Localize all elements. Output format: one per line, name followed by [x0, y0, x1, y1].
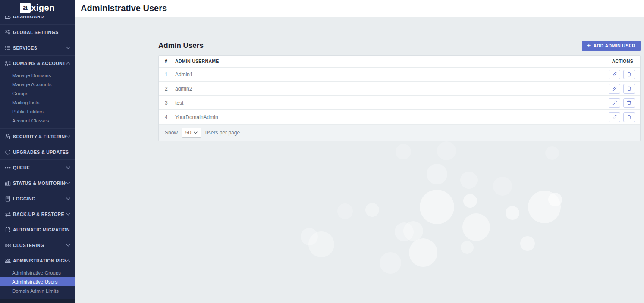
background-bubble — [460, 172, 478, 189]
chevron-up-icon — [66, 62, 70, 65]
global-settings-icon — [4, 29, 11, 36]
domains-accounts-icon — [4, 60, 11, 67]
sidebar-item-global-settings[interactable]: GLOBAL SETTINGS — [0, 24, 75, 40]
topbar: Administrative Users — [75, 0, 644, 17]
background-bubble — [409, 238, 437, 267]
table-row: 4 YourDomainAdmin — [159, 110, 640, 125]
sidebar-item-clustering[interactable]: CLUSTERING — [0, 237, 75, 253]
axigen-logo[interactable]: axigen — [20, 3, 55, 13]
sidebar-item-label: GLOBAL SETTINGS — [13, 30, 70, 35]
background-bubble — [462, 213, 490, 241]
column-header-username: ADMIN USERNAME — [175, 59, 607, 64]
sidebar-item-upgrades-updates[interactable]: UPGRADES & UPDATES — [0, 144, 75, 159]
admin-users-table: # ADMIN USERNAME ACTIONS 1 Admin1 2 admi… — [158, 55, 641, 141]
row-number: 2 — [159, 86, 175, 92]
edit-user-button[interactable] — [609, 98, 620, 108]
background-bubble — [493, 177, 512, 196]
sidebar-item-domains-accounts[interactable]: DOMAINS & ACCOUNTS — [0, 55, 75, 71]
queue-icon — [4, 164, 11, 171]
row-username: admin2 — [175, 86, 607, 92]
sidebar-subitem-label: Administrative Users — [12, 279, 57, 284]
chevron-up-icon — [66, 259, 70, 262]
background-bubble — [463, 194, 477, 208]
background-bubble — [506, 206, 519, 220]
sidebar-item-public-folders[interactable]: Public Folders — [0, 107, 75, 116]
chevron-down-icon — [66, 135, 70, 138]
sidebar: DASHBOARD GLOBAL SETTINGS SERVICES DOMAI… — [0, 0, 75, 303]
pencil-icon — [612, 86, 617, 91]
edit-user-button[interactable] — [609, 70, 620, 79]
background-bubble — [427, 164, 447, 184]
sidebar-item-administrative-users[interactable]: Administrative Users — [0, 277, 75, 286]
chevron-down-icon — [66, 182, 70, 184]
edit-user-button[interactable] — [609, 112, 620, 122]
sidebar-subitem-label: Groups — [12, 91, 28, 96]
sidebar-item-mailing-lists[interactable]: Mailing Lists — [0, 98, 75, 107]
delete-user-button[interactable] — [623, 84, 635, 94]
sidebar-subitem-label: Administrative Groups — [12, 270, 61, 275]
row-number: 1 — [159, 72, 175, 78]
background-bubble — [301, 228, 318, 245]
sidebar-item-account-classes[interactable]: Account Classes — [0, 116, 75, 125]
sidebar-item-administration-rights[interactable]: ADMINISTRATION RIGHTS — [0, 253, 75, 268]
sidebar-item-label: UPGRADES & UPDATES — [13, 150, 70, 155]
chevron-down-icon — [194, 131, 198, 134]
clustering-icon — [4, 242, 11, 249]
sidebar-item-groups[interactable]: Groups — [0, 89, 75, 98]
chevron-down-icon — [66, 166, 70, 169]
row-username: Admin1 — [175, 72, 607, 78]
sidebar-item-queue[interactable]: QUEUE — [0, 159, 75, 175]
pencil-icon — [612, 72, 617, 77]
automatic-migration-icon — [4, 226, 11, 233]
chevron-down-icon — [66, 244, 70, 247]
table-row: 3 test — [159, 96, 640, 110]
background-bubble — [520, 236, 535, 251]
sidebar-subitem-label: Mailing Lists — [12, 100, 39, 105]
background-bubble — [420, 190, 454, 224]
logging-icon — [4, 195, 11, 202]
panel-header: Admin Users + ADD ADMIN USER — [158, 40, 641, 51]
table-body: 1 Admin1 2 admin2 3 test — [159, 68, 640, 125]
delete-user-button[interactable] — [623, 70, 635, 79]
sidebar-item-services[interactable]: SERVICES — [0, 40, 75, 55]
per-page-suffix-label: users per page — [205, 130, 240, 136]
sidebar-item-label: STATUS & MONITORING — [13, 181, 66, 186]
page-title: Administrative Users — [81, 3, 167, 13]
trash-icon — [626, 72, 632, 77]
backup-restore-icon — [4, 211, 11, 218]
row-username: test — [175, 100, 607, 106]
sidebar-item-security-filtering[interactable]: SECURITY & FILTERING — [0, 128, 75, 144]
security-filtering-icon — [4, 133, 11, 140]
per-page-select[interactable]: 50 — [182, 128, 201, 138]
add-admin-user-button[interactable]: + ADD ADMIN USER — [582, 41, 641, 51]
background-bubble — [548, 193, 562, 206]
background-bubble — [545, 146, 559, 160]
sidebar-item-manage-accounts[interactable]: Manage Accounts — [0, 80, 75, 89]
admin-users-panel: Admin Users + ADD ADMIN USER # ADMIN USE… — [158, 40, 641, 141]
trash-icon — [626, 86, 632, 91]
administration-rights-icon — [4, 257, 11, 264]
background-bubble — [337, 203, 353, 219]
sidebar-item-logging[interactable]: LOGGING — [0, 191, 75, 206]
per-page-value: 50 — [185, 130, 191, 136]
pencil-icon — [612, 100, 617, 106]
edit-user-button[interactable] — [609, 84, 620, 94]
sidebar-item-manage-domains[interactable]: Manage Domains — [0, 71, 75, 80]
add-admin-user-label: ADD ADMIN USER — [594, 43, 635, 48]
sidebar-item-label: AUTOMATIC MIGRATION — [13, 227, 70, 232]
sidebar-item-status-monitoring[interactable]: STATUS & MONITORING — [0, 175, 75, 191]
plus-icon: + — [587, 43, 591, 49]
delete-user-button[interactable] — [623, 112, 635, 122]
sidebar-item-domain-admin-limits[interactable]: Domain Admin Limits — [0, 286, 75, 295]
show-label: Show — [165, 130, 178, 136]
sidebar-item-back-up-restore[interactable]: BACK-UP & RESTORE — [0, 206, 75, 222]
logo-wordmark: xigen — [31, 3, 55, 12]
chevron-down-icon — [66, 213, 70, 216]
delete-user-button[interactable] — [623, 98, 635, 108]
column-header-number: # — [159, 59, 175, 64]
sidebar-subitem-label: Public Folders — [12, 109, 44, 114]
sidebar-item-label: QUEUE — [13, 165, 66, 170]
sidebar-item-automatic-migration[interactable]: AUTOMATIC MIGRATION — [0, 222, 75, 237]
sidebar-item-label: SECURITY & FILTERING — [13, 134, 66, 139]
sidebar-item-administrative-groups[interactable]: Administrative Groups — [0, 268, 75, 277]
